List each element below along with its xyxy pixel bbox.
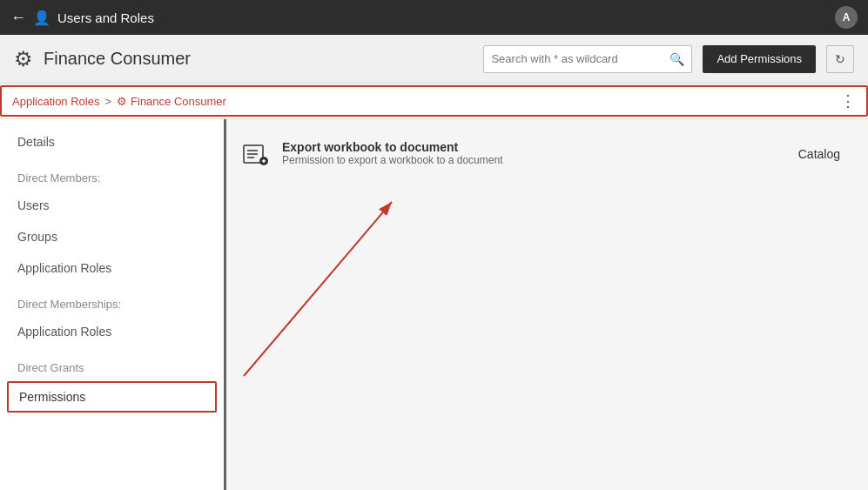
- sidebar-item-details[interactable]: Details: [0, 126, 224, 158]
- breadcrumb-link[interactable]: Application Roles: [12, 95, 99, 108]
- breadcrumb-menu-button[interactable]: ⋮: [840, 91, 856, 111]
- breadcrumb: Application Roles > ⚙ Finance Consumer ⋮: [0, 85, 868, 117]
- sidebar-item-users[interactable]: Users: [0, 190, 224, 221]
- permission-description: Permission to export a workbook to a doc…: [282, 154, 774, 166]
- sidebar-section-direct-members: Direct Members:: [0, 158, 224, 190]
- sidebar: Details Direct Members: Users Groups App…: [0, 119, 226, 490]
- search-input[interactable]: [491, 52, 664, 65]
- sidebar-section-direct-memberships: Direct Memberships:: [0, 284, 224, 316]
- permission-row: Export workbook to document Permission t…: [240, 133, 854, 175]
- permission-icon: [240, 140, 272, 168]
- annotation-arrow: [226, 154, 470, 380]
- sidebar-item-groups[interactable]: Groups: [0, 221, 224, 252]
- sidebar-item-app-roles-memberships[interactable]: Application Roles: [0, 316, 224, 347]
- header-title: Finance Consumer: [44, 49, 473, 69]
- permission-info: Export workbook to document Permission t…: [282, 140, 774, 166]
- search-icon: 🔍: [670, 52, 684, 66]
- permission-catalog: Catalog: [784, 140, 854, 168]
- breadcrumb-separator: >: [104, 95, 111, 108]
- breadcrumb-gear-icon: ⚙: [117, 95, 127, 108]
- main-content: Details Direct Members: Users Groups App…: [0, 119, 868, 490]
- sidebar-item-app-roles-members[interactable]: Application Roles: [0, 252, 224, 284]
- header-gear-icon: ⚙: [14, 47, 33, 71]
- top-bar: ← 👤 Users and Roles A: [0, 0, 868, 35]
- app-title: Users and Roles: [57, 10, 828, 25]
- breadcrumb-current-label: Finance Consumer: [131, 95, 226, 108]
- users-icon: 👤: [33, 10, 50, 26]
- breadcrumb-current: ⚙ Finance Consumer: [117, 95, 226, 108]
- back-button[interactable]: ←: [10, 9, 26, 27]
- search-box: 🔍: [483, 45, 692, 73]
- refresh-icon: ↻: [835, 52, 845, 66]
- permission-name: Export workbook to document: [282, 140, 774, 154]
- add-permissions-button[interactable]: Add Permissions: [703, 45, 816, 73]
- workbook-icon: [242, 140, 270, 168]
- avatar[interactable]: A: [835, 6, 858, 29]
- svg-line-8: [244, 202, 392, 376]
- sidebar-item-permissions[interactable]: Permissions: [7, 381, 217, 413]
- refresh-button[interactable]: ↻: [826, 45, 854, 73]
- breadcrumb-wrapper: Application Roles > ⚙ Finance Consumer ⋮: [0, 85, 868, 119]
- sidebar-section-direct-grants: Direct Grants: [0, 347, 224, 379]
- header-section: ⚙ Finance Consumer 🔍 Add Permissions ↻: [0, 35, 868, 84]
- content-area: Export workbook to document Permission t…: [226, 119, 868, 490]
